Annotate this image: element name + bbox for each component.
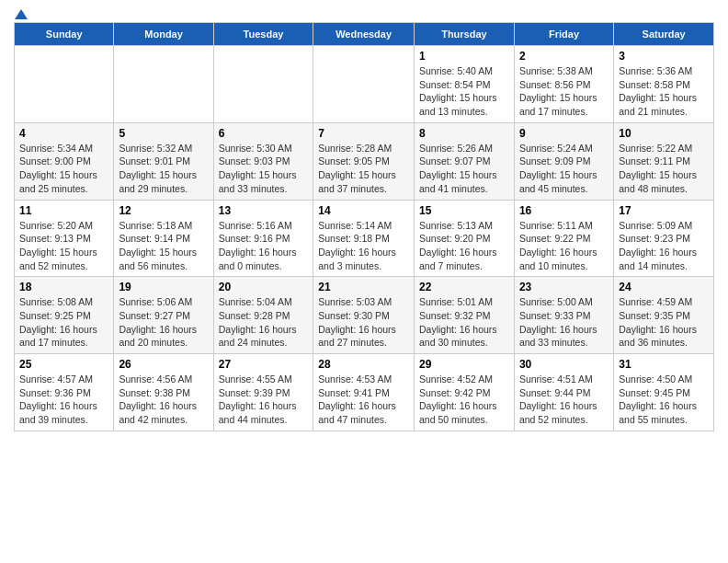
- day-number: 29: [419, 358, 509, 371]
- calendar-cell: 4Sunrise: 5:34 AM Sunset: 9:00 PM Daylig…: [15, 122, 114, 200]
- day-info: Sunrise: 5:06 AM Sunset: 9:27 PM Dayligh…: [119, 295, 208, 350]
- day-info: Sunrise: 5:22 AM Sunset: 9:11 PM Dayligh…: [619, 142, 709, 196]
- calendar-cell: 8Sunrise: 5:26 AM Sunset: 9:07 PM Daylig…: [414, 122, 514, 200]
- day-number: 27: [219, 358, 308, 371]
- day-number: 12: [119, 204, 208, 217]
- calendar-cell: 26Sunrise: 4:56 AM Sunset: 9:38 PM Dayli…: [114, 354, 213, 431]
- day-info: Sunrise: 5:04 AM Sunset: 9:28 PM Dayligh…: [219, 295, 308, 350]
- calendar-cell: 13Sunrise: 5:16 AM Sunset: 9:16 PM Dayli…: [213, 200, 313, 277]
- day-info: Sunrise: 5:36 AM Sunset: 8:58 PM Dayligh…: [619, 64, 709, 119]
- calendar-cell: 23Sunrise: 5:00 AM Sunset: 9:33 PM Dayli…: [514, 277, 613, 354]
- weekday-header-friday: Friday: [514, 23, 613, 46]
- day-info: Sunrise: 5:24 AM Sunset: 9:09 PM Dayligh…: [519, 142, 609, 196]
- calendar-table: SundayMondayTuesdayWednesdayThursdayFrid…: [14, 22, 714, 431]
- calendar-cell: 22Sunrise: 5:01 AM Sunset: 9:32 PM Dayli…: [414, 277, 514, 354]
- calendar-cell: 19Sunrise: 5:06 AM Sunset: 9:27 PM Dayli…: [114, 277, 213, 354]
- calendar-cell: 1Sunrise: 5:40 AM Sunset: 8:54 PM Daylig…: [414, 46, 514, 123]
- day-number: 9: [519, 127, 609, 140]
- weekday-header-tuesday: Tuesday: [213, 23, 313, 46]
- day-info: Sunrise: 4:59 AM Sunset: 9:35 PM Dayligh…: [619, 295, 709, 350]
- calendar-cell: 31Sunrise: 4:50 AM Sunset: 9:45 PM Dayli…: [614, 354, 714, 431]
- day-info: Sunrise: 5:16 AM Sunset: 9:16 PM Dayligh…: [219, 219, 308, 273]
- day-info: Sunrise: 4:57 AM Sunset: 9:36 PM Dayligh…: [19, 373, 108, 427]
- calendar-cell: 9Sunrise: 5:24 AM Sunset: 9:09 PM Daylig…: [514, 122, 613, 200]
- calendar-cell: 17Sunrise: 5:09 AM Sunset: 9:23 PM Dayli…: [614, 200, 714, 277]
- day-info: Sunrise: 5:40 AM Sunset: 8:54 PM Dayligh…: [419, 64, 509, 119]
- calendar-week-row: 4Sunrise: 5:34 AM Sunset: 9:00 PM Daylig…: [15, 122, 714, 200]
- weekday-header-saturday: Saturday: [614, 23, 714, 46]
- day-number: 10: [619, 127, 709, 140]
- day-info: Sunrise: 5:03 AM Sunset: 9:30 PM Dayligh…: [318, 295, 409, 350]
- day-info: Sunrise: 4:55 AM Sunset: 9:39 PM Dayligh…: [219, 373, 308, 427]
- logo: [14, 9, 28, 15]
- day-number: 28: [318, 358, 409, 371]
- calendar-cell: 7Sunrise: 5:28 AM Sunset: 9:05 PM Daylig…: [313, 122, 415, 200]
- day-number: 20: [219, 281, 308, 293]
- day-info: Sunrise: 5:30 AM Sunset: 9:03 PM Dayligh…: [219, 142, 308, 196]
- day-info: Sunrise: 4:52 AM Sunset: 9:42 PM Dayligh…: [419, 373, 509, 427]
- day-number: 2: [519, 50, 609, 63]
- calendar-cell: [15, 46, 114, 123]
- weekday-header-sunday: Sunday: [15, 23, 114, 46]
- calendar-cell: 15Sunrise: 5:13 AM Sunset: 9:20 PM Dayli…: [414, 200, 514, 277]
- calendar-cell: 25Sunrise: 4:57 AM Sunset: 9:36 PM Dayli…: [15, 354, 114, 431]
- calendar-week-row: 1Sunrise: 5:40 AM Sunset: 8:54 PM Daylig…: [15, 46, 714, 123]
- header: [14, 9, 714, 15]
- calendar-cell: 20Sunrise: 5:04 AM Sunset: 9:28 PM Dayli…: [213, 277, 313, 354]
- day-number: 4: [19, 127, 108, 140]
- calendar-cell: 2Sunrise: 5:38 AM Sunset: 8:56 PM Daylig…: [514, 46, 613, 123]
- calendar-week-row: 11Sunrise: 5:20 AM Sunset: 9:13 PM Dayli…: [15, 200, 714, 277]
- day-info: Sunrise: 5:34 AM Sunset: 9:00 PM Dayligh…: [19, 142, 108, 196]
- day-number: 24: [619, 281, 709, 293]
- calendar-cell: [114, 46, 213, 123]
- day-info: Sunrise: 5:38 AM Sunset: 8:56 PM Dayligh…: [519, 64, 609, 119]
- calendar-cell: 24Sunrise: 4:59 AM Sunset: 9:35 PM Dayli…: [614, 277, 714, 354]
- day-info: Sunrise: 4:50 AM Sunset: 9:45 PM Dayligh…: [619, 373, 709, 427]
- calendar-cell: [213, 46, 313, 123]
- day-info: Sunrise: 5:13 AM Sunset: 9:20 PM Dayligh…: [419, 219, 509, 273]
- calendar-cell: 30Sunrise: 4:51 AM Sunset: 9:44 PM Dayli…: [514, 354, 613, 431]
- calendar-week-row: 25Sunrise: 4:57 AM Sunset: 9:36 PM Dayli…: [15, 354, 714, 431]
- day-number: 15: [419, 204, 509, 217]
- weekday-header-thursday: Thursday: [414, 23, 514, 46]
- calendar-cell: 5Sunrise: 5:32 AM Sunset: 9:01 PM Daylig…: [114, 122, 213, 200]
- weekday-header-row: SundayMondayTuesdayWednesdayThursdayFrid…: [15, 23, 714, 46]
- calendar-cell: 11Sunrise: 5:20 AM Sunset: 9:13 PM Dayli…: [15, 200, 114, 277]
- day-info: Sunrise: 4:51 AM Sunset: 9:44 PM Dayligh…: [519, 373, 609, 427]
- day-number: 13: [219, 204, 308, 217]
- day-number: 23: [519, 281, 609, 293]
- logo-triangle-icon: [15, 9, 28, 19]
- day-number: 25: [19, 358, 108, 371]
- day-info: Sunrise: 5:26 AM Sunset: 9:07 PM Dayligh…: [419, 142, 509, 196]
- calendar-week-row: 18Sunrise: 5:08 AM Sunset: 9:25 PM Dayli…: [15, 277, 714, 354]
- calendar-cell: 10Sunrise: 5:22 AM Sunset: 9:11 PM Dayli…: [614, 122, 714, 200]
- day-info: Sunrise: 5:14 AM Sunset: 9:18 PM Dayligh…: [318, 219, 409, 273]
- calendar-cell: 28Sunrise: 4:53 AM Sunset: 9:41 PM Dayli…: [313, 354, 415, 431]
- calendar-cell: 6Sunrise: 5:30 AM Sunset: 9:03 PM Daylig…: [213, 122, 313, 200]
- day-info: Sunrise: 5:11 AM Sunset: 9:22 PM Dayligh…: [519, 219, 609, 273]
- calendar-cell: 3Sunrise: 5:36 AM Sunset: 8:58 PM Daylig…: [614, 46, 714, 123]
- day-info: Sunrise: 4:56 AM Sunset: 9:38 PM Dayligh…: [119, 373, 208, 427]
- weekday-header-wednesday: Wednesday: [313, 23, 415, 46]
- calendar-cell: [313, 46, 415, 123]
- day-number: 3: [619, 50, 709, 63]
- calendar-cell: 16Sunrise: 5:11 AM Sunset: 9:22 PM Dayli…: [514, 200, 613, 277]
- day-number: 31: [619, 358, 709, 371]
- day-number: 5: [119, 127, 208, 140]
- day-number: 8: [419, 127, 509, 140]
- day-number: 21: [318, 281, 409, 293]
- day-number: 22: [419, 281, 509, 293]
- day-number: 6: [219, 127, 308, 140]
- calendar-cell: 14Sunrise: 5:14 AM Sunset: 9:18 PM Dayli…: [313, 200, 415, 277]
- day-number: 16: [519, 204, 609, 217]
- page: SundayMondayTuesdayWednesdayThursdayFrid…: [0, 0, 728, 445]
- day-info: Sunrise: 5:00 AM Sunset: 9:33 PM Dayligh…: [519, 295, 609, 350]
- day-info: Sunrise: 5:20 AM Sunset: 9:13 PM Dayligh…: [19, 219, 108, 273]
- day-info: Sunrise: 5:32 AM Sunset: 9:01 PM Dayligh…: [119, 142, 208, 196]
- day-number: 30: [519, 358, 609, 371]
- calendar-cell: 12Sunrise: 5:18 AM Sunset: 9:14 PM Dayli…: [114, 200, 213, 277]
- weekday-header-monday: Monday: [114, 23, 213, 46]
- calendar-cell: 21Sunrise: 5:03 AM Sunset: 9:30 PM Dayli…: [313, 277, 415, 354]
- calendar-cell: 18Sunrise: 5:08 AM Sunset: 9:25 PM Dayli…: [15, 277, 114, 354]
- day-number: 17: [619, 204, 709, 217]
